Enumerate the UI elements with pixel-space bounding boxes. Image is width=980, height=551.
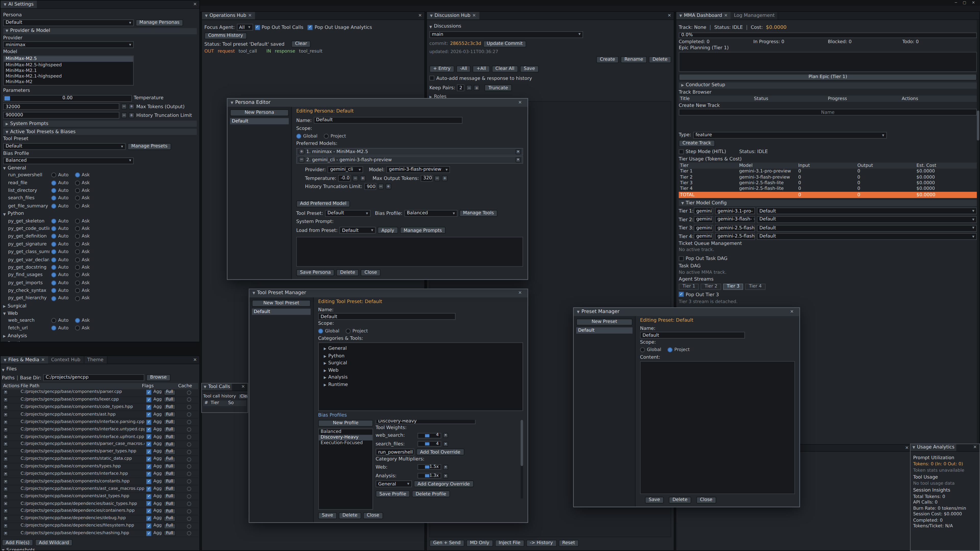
add-preferred-model-button[interactable]: Add Preferred Model <box>296 200 350 207</box>
category-node[interactable]: ▶ Analysis <box>321 375 520 381</box>
agg-checkbox[interactable] <box>146 516 151 521</box>
cache-radio[interactable] <box>187 398 191 402</box>
full-button[interactable]: Full <box>164 530 176 536</box>
remove-weight-icon[interactable]: ✕ <box>443 433 448 438</box>
composer-button[interactable]: Reset <box>558 540 579 547</box>
stream-tab[interactable]: Tier 3 <box>723 283 743 289</box>
popout-usage-checkbox[interactable] <box>308 25 313 30</box>
tool-preset-list-item[interactable]: Default <box>252 309 310 315</box>
tab-tool-calls[interactable]: ▼ Tool Calls <box>202 384 232 391</box>
pm-temperature-input[interactable]: -0.0 <box>338 175 351 182</box>
close-manager-button[interactable]: Close <box>363 512 383 519</box>
system-prompt-textarea[interactable] <box>296 237 523 267</box>
tier-model-select[interactable]: gemini-3-flash- ▼ <box>715 216 755 223</box>
cache-radio[interactable] <box>187 442 191 446</box>
slider-grab[interactable] <box>425 434 429 437</box>
discussions-section-header[interactable]: ▼ Discussions <box>429 24 671 30</box>
decrement-icon[interactable]: − <box>466 85 472 91</box>
delete-tool-preset-button[interactable]: Delete <box>339 512 361 519</box>
multiplier-slider[interactable]: 1.3x <box>417 473 441 478</box>
close-editor-button[interactable]: Close <box>361 269 381 276</box>
close-manager-button[interactable]: Close <box>696 497 716 503</box>
full-button[interactable]: Full <box>164 471 176 477</box>
auto-radio[interactable] <box>51 257 56 262</box>
tab-operations-hub[interactable]: ▼ Operations Hub ✕ <box>202 12 255 19</box>
full-button[interactable]: Full <box>164 419 176 425</box>
tool-preset-manager-titlebar[interactable]: ▼ Tool Preset Manager ✕ <box>249 289 528 297</box>
cache-radio[interactable] <box>187 494 191 499</box>
full-button[interactable]: Full <box>164 427 176 432</box>
close-window-icon[interactable]: ✕ <box>516 291 525 296</box>
close-panel-icon[interactable]: ✕ <box>191 2 199 7</box>
pm-history-input[interactable]: 900000 <box>364 183 376 190</box>
tool-preset-name-input[interactable]: Default <box>318 313 456 320</box>
pe-tool-preset-select[interactable]: Default ▼ <box>325 210 371 217</box>
auto-radio[interactable] <box>51 241 56 247</box>
create-track-button[interactable]: Create Track <box>679 140 715 147</box>
decrement-icon[interactable]: − <box>352 176 358 181</box>
increment-icon[interactable]: + <box>385 184 391 189</box>
close-window-icon[interactable]: ✕ <box>972 1 975 5</box>
agg-checkbox[interactable] <box>146 405 151 410</box>
tab-context-hub[interactable]: Context Hub <box>48 356 84 364</box>
agg-checkbox[interactable] <box>146 479 151 484</box>
auto-add-checkbox[interactable] <box>429 76 434 81</box>
cache-radio[interactable] <box>187 472 191 476</box>
auto-radio[interactable] <box>51 326 56 331</box>
screenshots-section-header[interactable]: ▼ Screenshots <box>2 548 198 551</box>
agg-checkbox[interactable] <box>146 434 151 440</box>
agg-checkbox[interactable] <box>146 449 151 454</box>
agg-checkbox[interactable] <box>146 397 151 402</box>
agg-checkbox[interactable] <box>146 412 151 417</box>
popout-tool-calls-checkbox[interactable] <box>255 25 260 30</box>
entry-button[interactable]: Clear All <box>492 65 518 72</box>
category-node[interactable]: ▶ Python <box>321 353 520 359</box>
auto-radio[interactable] <box>51 265 56 270</box>
full-button[interactable]: Full <box>164 449 176 454</box>
focus-agent-select[interactable]: All ▼ <box>237 24 253 31</box>
preset-name-input[interactable]: Default <box>640 332 745 339</box>
cache-radio[interactable] <box>187 457 191 462</box>
persona-editor-titlebar[interactable]: ▼ Persona Editor ✕ <box>228 99 528 107</box>
auto-radio[interactable] <box>51 280 56 286</box>
tool-group-web[interactable]: ▼ Web <box>3 311 197 317</box>
agg-checkbox[interactable] <box>146 494 151 499</box>
keep-pairs-input[interactable]: 2 <box>457 85 465 92</box>
auto-radio[interactable] <box>51 180 56 186</box>
preset-manager-titlebar[interactable]: ▼ Preset Manager ✕ <box>574 308 799 316</box>
close-panel-icon[interactable]: ✕ <box>191 357 199 362</box>
tier-model-select[interactable]: gemini-2.5-flash ▼ <box>715 224 755 231</box>
remove-file-button[interactable]: ✕ <box>3 457 8 462</box>
ask-radio[interactable] <box>75 249 80 254</box>
increment-icon[interactable]: + <box>360 176 366 181</box>
preset-content-textarea[interactable] <box>640 361 795 494</box>
pm-model-select[interactable]: gemini-3-flash-preview ▼ <box>387 166 450 173</box>
new-tool-preset-button[interactable]: New Tool Preset <box>252 300 310 307</box>
profile-name-input[interactable]: Discovery-Heavy <box>375 420 476 424</box>
save-profile-button[interactable]: Save Profile <box>375 491 410 497</box>
cache-radio[interactable] <box>187 509 191 513</box>
close-window-icon[interactable]: ✕ <box>516 100 525 105</box>
decrement-icon[interactable]: − <box>121 113 127 118</box>
manage-tools-button[interactable]: Manage Tools <box>460 210 498 217</box>
scrollbar-thumb[interactable] <box>520 420 523 466</box>
conductor-setup-header[interactable]: ▶ Conductor Setup <box>679 82 977 88</box>
remove-model-icon[interactable]: ✕ <box>515 157 520 162</box>
ask-radio[interactable] <box>75 234 80 239</box>
auto-radio[interactable] <box>51 296 56 301</box>
comms-history-button[interactable]: Comms History <box>204 32 247 39</box>
remove-file-button[interactable]: ✕ <box>3 434 8 440</box>
preferred-model-row[interactable]: + 1. minimax - MiniMax-M2.5 ✕ <box>296 148 523 156</box>
new-preset-button[interactable]: New Preset <box>576 319 632 326</box>
agg-checkbox[interactable] <box>146 472 151 477</box>
entry-button[interactable]: +All <box>473 65 490 72</box>
cache-radio[interactable] <box>187 502 191 506</box>
agg-checkbox[interactable] <box>146 420 151 425</box>
auto-radio[interactable] <box>51 173 56 178</box>
tier-model-select[interactable]: gemini-3.1-pro- ▼ <box>715 208 755 214</box>
category-node[interactable]: ▶ Web <box>321 368 520 373</box>
auto-radio[interactable] <box>51 288 56 293</box>
tool-override-select[interactable]: run_powershell ▼ <box>375 449 414 456</box>
composer-button[interactable]: -> History <box>526 540 557 547</box>
full-button[interactable]: Full <box>164 456 176 462</box>
